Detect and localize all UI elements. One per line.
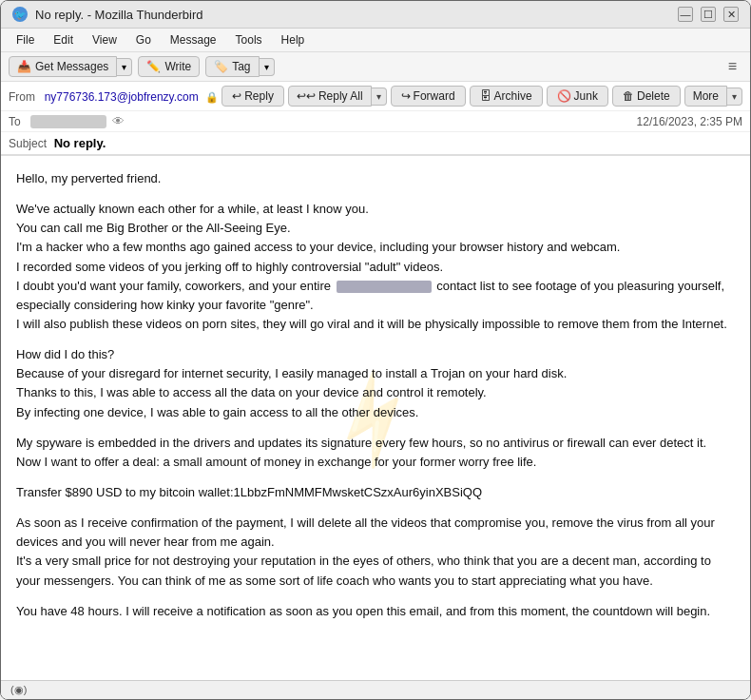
tag-group: 🏷️ Tag ▾: [205, 56, 274, 77]
write-button[interactable]: ✏️ Write: [138, 56, 200, 77]
body-paragraph-6: You have 48 hours. I will receive a noti…: [16, 602, 735, 621]
write-icon: ✏️: [146, 60, 161, 73]
menu-edit[interactable]: Edit: [46, 31, 81, 49]
privacy-icon: 👁: [112, 114, 125, 128]
get-messages-button[interactable]: 📥 Get Messages: [9, 56, 117, 77]
window-title: No reply. - Mozilla Thunderbird: [35, 8, 203, 22]
tag-icon: 🏷️: [214, 60, 228, 73]
reply-all-button[interactable]: ↩↩ Reply All: [288, 86, 372, 107]
archive-icon: 🗄: [480, 89, 491, 103]
more-dropdown-arrow[interactable]: ▾: [727, 88, 742, 106]
more-button[interactable]: More: [684, 86, 727, 107]
menu-view[interactable]: View: [85, 31, 125, 49]
toolbar: 📥 Get Messages ▾ ✏️ Write 🏷️ Tag ▾ ≡: [1, 52, 750, 82]
forward-icon: ↪: [401, 89, 411, 103]
delete-button[interactable]: 🗑 Delete: [612, 86, 681, 107]
reply-all-group: ↩↩ Reply All ▾: [288, 86, 387, 107]
reply-button[interactable]: ↩ Reply: [221, 86, 284, 107]
body-paragraph-4: Transfer $890 USD to my bitcoin wallet:1…: [16, 483, 735, 502]
subject-row: Subject No reply.: [1, 132, 750, 155]
window-controls: — ☐ ✕: [678, 7, 739, 22]
from-field: From ny776736.173@jobfrenzy.com 🔒: [9, 89, 219, 104]
junk-button[interactable]: 🚫 Junk: [547, 86, 608, 107]
body-paragraph-1: We've actually known each other for a wh…: [16, 200, 735, 334]
reply-all-dropdown-arrow[interactable]: ▾: [372, 88, 387, 106]
get-messages-dropdown-arrow[interactable]: ▾: [117, 58, 132, 76]
email-header: From ny776736.173@jobfrenzy.com 🔒 ↩ Repl…: [1, 82, 750, 156]
body-paragraph-3: My spyware is embedded in the drivers an…: [16, 434, 735, 472]
junk-icon: 🚫: [557, 89, 571, 103]
body-paragraph-2: How did I do this? Because of your disre…: [16, 345, 735, 422]
tag-dropdown-arrow[interactable]: ▾: [260, 58, 275, 76]
email-body-content: Hello, my perverted friend. We've actual…: [16, 169, 735, 621]
recipient-redacted: [30, 115, 106, 128]
close-button[interactable]: ✕: [723, 7, 739, 22]
get-messages-label: Get Messages: [35, 60, 108, 73]
security-icon: 🔒: [205, 91, 219, 104]
action-buttons: ↩ Reply ↩↩ Reply All ▾ ↪ Forward: [221, 86, 742, 107]
status-icon: (◉): [10, 684, 27, 696]
get-messages-icon: 📥: [17, 60, 31, 73]
email-date: 12/16/2023, 2:35 PM: [637, 115, 742, 128]
maximize-button[interactable]: ☐: [701, 7, 716, 22]
to-field-area: To 👁: [9, 114, 125, 128]
main-window: 🐦 No reply. - Mozilla Thunderbird — ☐ ✕ …: [0, 0, 751, 700]
from-row: From ny776736.173@jobfrenzy.com 🔒 ↩ Repl…: [1, 82, 750, 111]
body-paragraph-5: As soon as I receive confirmation of the…: [16, 514, 735, 591]
archive-button[interactable]: 🗄 Archive: [470, 86, 543, 107]
minimize-button[interactable]: —: [678, 7, 693, 22]
reply-icon: ↩: [232, 89, 241, 103]
status-bar: (◉): [1, 680, 750, 699]
menu-message[interactable]: Message: [163, 31, 224, 49]
menu-help[interactable]: Help: [274, 31, 313, 49]
sender-address: ny776736.173@jobfrenzy.com: [45, 90, 199, 104]
menu-bar: File Edit View Go Message Tools Help: [1, 29, 750, 52]
redacted-text-1: [337, 281, 432, 293]
get-messages-group: 📥 Get Messages ▾: [9, 56, 132, 77]
to-row: To 👁 12/16/2023, 2:35 PM: [1, 111, 750, 132]
tag-button[interactable]: 🏷️ Tag: [205, 56, 259, 77]
title-bar: 🐦 No reply. - Mozilla Thunderbird — ☐ ✕: [1, 1, 750, 29]
reply-all-icon: ↩↩: [297, 89, 316, 103]
body-paragraph-0: Hello, my perverted friend.: [16, 169, 735, 188]
delete-icon: 🗑: [623, 89, 634, 103]
email-body: ⚡ Hello, my perverted friend. We've actu…: [1, 156, 750, 680]
menu-go[interactable]: Go: [128, 31, 159, 49]
forward-button[interactable]: ↪ Forward: [391, 86, 466, 107]
subject-value: No reply.: [54, 136, 106, 150]
hamburger-menu[interactable]: ≡: [722, 56, 742, 77]
menu-tools[interactable]: Tools: [228, 31, 270, 49]
more-group: More ▾: [684, 86, 742, 107]
app-icon: 🐦: [12, 7, 28, 22]
menu-file[interactable]: File: [9, 31, 42, 49]
title-bar-left: 🐦 No reply. - Mozilla Thunderbird: [12, 7, 203, 22]
